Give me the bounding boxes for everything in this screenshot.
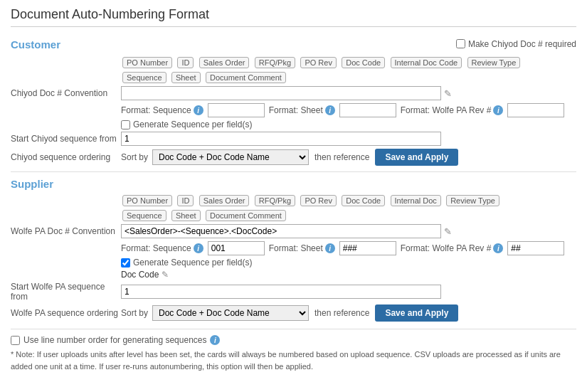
tag-sheet[interactable]: Sheet — [171, 72, 201, 83]
supplier-convention-area: PO Number ID Sales Order RFQ/Pkg PO Rev … — [121, 194, 576, 222]
supplier-format-sheet-label: Format: Sheet i — [269, 243, 335, 253]
supplier-generate-label[interactable]: Generate Sequence per field(s) — [121, 258, 252, 267]
supplier-format-sheet-input[interactable] — [339, 241, 396, 255]
customer-format-sheet-info-icon[interactable]: i — [325, 105, 335, 115]
customer-start-row: Start Chiyod sequence from — [11, 132, 576, 146]
customer-format-rev-label: Format: Wolfe PA Rev # i — [401, 105, 504, 115]
supplier-save-button[interactable]: Save and Apply — [375, 304, 458, 322]
tag-document-comment[interactable]: Document Comment — [206, 72, 286, 83]
customer-start-label: Start Chiyod sequence from — [11, 134, 121, 144]
make-required-label: Make Chiyod Doc # required — [468, 39, 576, 49]
supplier-tag-rfq-pkg[interactable]: RFQ/Pkg — [255, 195, 295, 206]
customer-format-sheet-label: Format: Sheet i — [269, 105, 335, 115]
use-line-checkbox[interactable] — [11, 336, 20, 345]
supplier-tag-buttons-row1: PO Number ID Sales Order RFQ/Pkg PO Rev … — [121, 194, 576, 207]
tag-sales-order[interactable]: Sales Order — [199, 57, 250, 68]
supplier-convention-edit-icon[interactable]: ✎ — [444, 226, 452, 237]
supplier-sort-label: Sort by — [121, 308, 148, 318]
tag-sequence[interactable]: Sequence — [122, 72, 166, 83]
tag-doc-code[interactable]: Doc Code — [342, 57, 385, 68]
supplier-sort-select[interactable]: Doc Code + Doc Code Name Doc Code Doc Co… — [152, 305, 309, 321]
supplier-tag-buttons-row2: Sequence Sheet Document Comment — [121, 209, 576, 222]
tag-po-number[interactable]: PO Number — [122, 57, 172, 68]
customer-start-input[interactable] — [121, 132, 441, 146]
supplier-format-sequence-label: Format: Sequence i — [121, 243, 203, 253]
customer-format-sequence-input[interactable] — [208, 103, 265, 117]
supplier-generate-row: Generate Sequence per field(s) — [121, 258, 576, 267]
customer-then-reference: then reference — [314, 152, 369, 162]
make-required-checkbox[interactable] — [456, 39, 465, 48]
customer-format-sheet-input[interactable] — [339, 103, 396, 117]
supplier-format-sequence-input[interactable] — [208, 241, 265, 255]
customer-convention-input[interactable] — [121, 86, 441, 100]
customer-convention-row: Chiyod Doc # Convention ✎ — [11, 86, 576, 100]
customer-section: Customer Make Chiyod Doc # required PO N… — [11, 33, 576, 166]
supplier-then-reference: then reference — [314, 308, 369, 318]
supplier-tag-po-number[interactable]: PO Number — [122, 195, 172, 206]
supplier-start-label: Start Wolfe PA sequence from — [11, 282, 121, 302]
supplier-generate-checkbox[interactable] — [121, 258, 130, 267]
supplier-section-title: Supplier — [11, 178, 576, 190]
supplier-format-sheet-info-icon[interactable]: i — [325, 243, 335, 253]
supplier-doc-code-pencil-icon[interactable]: ✎ — [162, 270, 169, 280]
customer-sort-select[interactable]: Doc Code + Doc Code Name Doc Code Doc Co… — [152, 149, 309, 165]
tag-internal-doc-code[interactable]: Internal Doc Code — [391, 57, 462, 68]
supplier-start-input[interactable] — [121, 285, 441, 299]
supplier-tag-doc-code[interactable]: Doc Code — [342, 195, 385, 206]
use-line-label: Use line number order for generating seq… — [23, 335, 206, 345]
supplier-doc-code-field-label: Doc Code — [121, 270, 159, 280]
footer-section: Use line number order for generating seq… — [11, 329, 576, 372]
customer-convention-edit-icon[interactable]: ✎ — [444, 88, 452, 99]
supplier-convention-row: Wolfe PA Doc # Convention ✎ — [11, 224, 576, 238]
supplier-ordering-label: Wolfe PA sequence ordering — [11, 308, 121, 318]
customer-format-rev-input[interactable] — [507, 103, 564, 117]
supplier-doc-code-field: Doc Code ✎ — [121, 270, 169, 280]
customer-format-rev-info-icon[interactable]: i — [493, 105, 503, 115]
customer-sort-label: Sort by — [121, 152, 148, 162]
customer-format-row: Format: Sequence i Format: Sheet i Forma… — [121, 103, 576, 117]
supplier-section: Supplier PO Number ID Sales Order RFQ/Pk… — [11, 178, 576, 322]
tag-id[interactable]: ID — [177, 57, 194, 68]
tag-po-rev[interactable]: PO Rev — [300, 57, 337, 68]
customer-save-button[interactable]: Save and Apply — [375, 149, 458, 166]
supplier-format-sequence-info-icon[interactable]: i — [194, 243, 203, 253]
supplier-doc-code-field-row: Doc Code ✎ — [121, 270, 576, 280]
tag-rfq-pkg[interactable]: RFQ/Pkg — [255, 57, 295, 68]
tag-review-type[interactable]: Review Type — [467, 57, 521, 68]
supplier-ordering-row: Wolfe PA sequence ordering Sort by Doc C… — [11, 304, 576, 322]
customer-tag-buttons-row2: Sequence Sheet Document Comment — [121, 71, 576, 84]
supplier-tag-sales-order[interactable]: Sales Order — [199, 195, 250, 206]
customer-ordering-label: Chiyod sequence ordering — [11, 152, 121, 162]
customer-ordering-row: Chiyod sequence ordering Sort by Doc Cod… — [11, 149, 576, 166]
supplier-convention-label: Wolfe PA Doc # Convention — [11, 226, 121, 236]
customer-format-sequence-info-icon[interactable]: i — [194, 105, 203, 115]
supplier-start-row: Start Wolfe PA sequence from — [11, 282, 576, 302]
customer-generate-label[interactable]: Generate Sequence per field(s) — [121, 120, 252, 129]
customer-convention-label: Chiyod Doc # Convention — [11, 88, 121, 98]
customer-generate-row: Generate Sequence per field(s) — [121, 120, 576, 129]
customer-generate-checkbox[interactable] — [121, 120, 130, 129]
make-required-row: Customer Make Chiyod Doc # required — [11, 33, 576, 55]
supplier-convention-input[interactable] — [121, 224, 441, 238]
supplier-format-row: Format: Sequence i Format: Sheet i Forma… — [121, 241, 576, 255]
supplier-tag-document-comment[interactable]: Document Comment — [206, 210, 286, 221]
supplier-tag-sheet[interactable]: Sheet — [171, 210, 201, 221]
customer-format-sequence-label: Format: Sequence i — [121, 105, 203, 115]
footer-note: * Note: If user uploads units after leve… — [11, 349, 576, 372]
supplier-format-rev-label: Format: Wolfe PA Rev # i — [401, 243, 504, 253]
supplier-tag-sequence[interactable]: Sequence — [122, 210, 166, 221]
customer-convention-area: PO Number ID Sales Order RFQ/Pkg PO Rev … — [121, 56, 576, 84]
page-title: Document Auto-Numbering Format — [11, 7, 576, 27]
supplier-tag-internal-doc[interactable]: Internal Doc — [391, 195, 441, 206]
use-line-row: Use line number order for generating seq… — [11, 335, 576, 345]
customer-tag-buttons-row1: PO Number ID Sales Order RFQ/Pkg PO Rev … — [121, 56, 576, 69]
supplier-format-rev-input[interactable] — [507, 241, 564, 255]
supplier-tag-po-rev[interactable]: PO Rev — [300, 195, 337, 206]
supplier-tag-review-type[interactable]: Review Type — [446, 195, 499, 206]
supplier-tag-id[interactable]: ID — [177, 195, 194, 206]
use-line-info-icon[interactable]: i — [210, 335, 220, 345]
supplier-format-rev-info-icon[interactable]: i — [493, 243, 503, 253]
customer-section-title: Customer — [11, 38, 456, 51]
